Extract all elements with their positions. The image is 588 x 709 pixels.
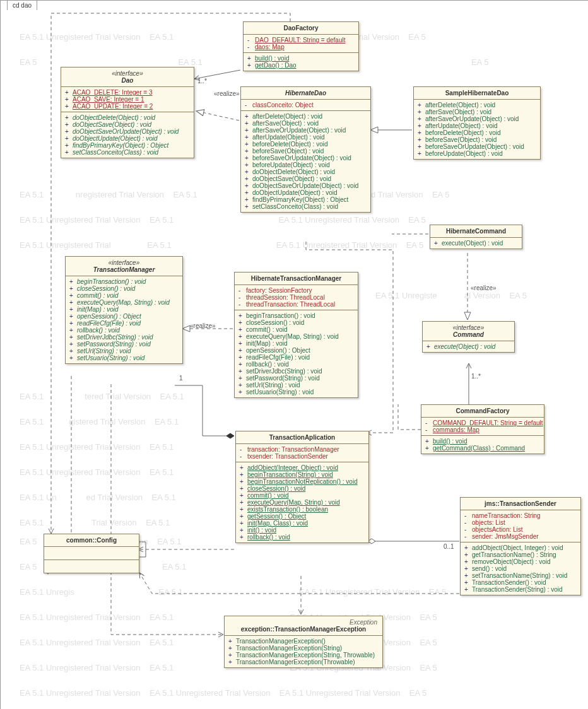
class-command: «interface»Command +execute(Object) : vo…: [422, 321, 515, 353]
class-command-factory: CommandFactory -COMMAND_DEFAULT: String …: [421, 404, 544, 454]
watermark: EA 5.1 tered Trial Version EA 5.1: [20, 392, 184, 401]
watermark: EA 5.1 Unregistered Trial Version EA 5.1: [20, 467, 173, 477]
class-hibernate-dao: HibernateDao -classConceito: Object +aft…: [240, 86, 371, 213]
mult-label: 0..1: [444, 543, 454, 550]
watermark: EA 5.1 Unregiste al Version EA 5: [375, 291, 527, 300]
mult-label: 1..*: [197, 78, 207, 85]
class-transaction-sender: jms::TransactionSender -nameTransaction:…: [460, 497, 581, 595]
realize-label: «realize»: [471, 284, 497, 291]
watermark: EA 5.1 nregistered Trial Version EA 5.1 …: [20, 190, 449, 199]
mult-label: 1..*: [471, 373, 481, 380]
watermark: EA 5.1 gistered Trial Version EA 5.1: [20, 417, 179, 426]
watermark: EA 5.1 Trial Version EA 5.1: [20, 518, 170, 527]
class-transaction-manager-exception: Exceptionexception::TransactionManagerEx…: [224, 616, 383, 668]
realize-label: «realize»: [214, 90, 240, 97]
class-dao-factory: DaoFactory -DAO_DEFAULT: String = defaul…: [243, 21, 359, 71]
uml-diagram: cd dao EA 5.1 Unregistered Trial Version…: [0, 0, 588, 709]
svg-line-1: [196, 111, 239, 120]
watermark: EA 5.1 Un ed Trial Version EA 5.1: [20, 493, 176, 502]
class-dao: «interface»Dao +ACAO_DELETE: Integer = 3…: [61, 67, 194, 158]
class-transaction-aplication: TransactionAplication -transaction: Tran…: [235, 431, 369, 543]
watermark: EA 5.1 Unregistered Trial Version EA 5.1…: [20, 688, 426, 698]
diagram-tab: cd dao: [7, 0, 37, 10]
class-sample-hibernate-dao: SampleHibernateDao +afterDelete(Object) …: [413, 86, 541, 160]
watermark: EA 5.1 Unregis EA 5.1 EA 5.1 Unregistere…: [20, 587, 446, 597]
class-name: DaoFactory: [283, 25, 318, 32]
class-hibernate-transaction-manager: HibernateTransactionManager -factory: Se…: [234, 272, 358, 398]
watermark: EA 5.1 Unregistered Trial Version EA 5.1…: [20, 215, 426, 225]
mult-label: 1: [179, 375, 183, 382]
class-config: common::Config: [44, 534, 139, 573]
watermark: EA 5.1 Unregistered Trial Version EA 5.1: [20, 442, 173, 452]
watermark: EA 5.1 Unregistered Trial EA 5.1 EA 5.1 …: [20, 240, 423, 250]
realize-label: «realize»: [190, 322, 216, 329]
class-hibernate-command: HibernateCommand +execute(Object) : void: [430, 225, 522, 249]
class-transaction-manager: «interface»TransactionManager +beginTran…: [65, 256, 183, 364]
watermark: EA 5.1 Unregistered Trial Version EA 5.1…: [20, 32, 426, 42]
